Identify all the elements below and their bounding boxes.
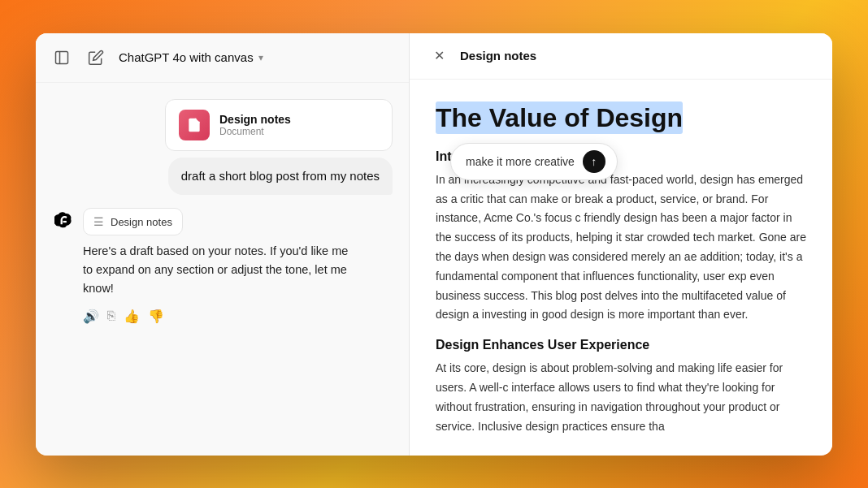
doc-content: The Value of Design make it more creativ… [410,80,832,456]
ai-message-block: ☰ Design notes Here's a draft based on y… [52,208,393,324]
attachment-info: Design notes Document [219,113,291,137]
ai-doc-ref[interactable]: ☰ Design notes [83,208,183,235]
user-message-block: Design notes Document draft a short blog… [52,99,393,196]
doc-section-ux: Design Enhances User Experience At its c… [436,338,806,436]
left-panel: ChatGPT 4o with canvas ▾ [36,33,410,456]
ai-response-text: Here's a draft based on your notes. If y… [83,242,359,299]
doc-title-header: Design notes [460,49,536,63]
model-label: ChatGPT 4o with canvas [119,50,254,64]
close-panel-button[interactable]: ✕ [429,46,449,66]
chevron-down-icon: ▾ [258,52,263,63]
chat-area: Design notes Document draft a short blog… [36,83,409,456]
right-header: ✕ Design notes [410,33,832,80]
doc-main-title: The Value of Design [436,101,683,134]
ai-row: ☰ Design notes [52,208,393,235]
attachment-icon [179,110,210,140]
volume-icon[interactable]: 🔊 [83,309,99,324]
right-panel: ✕ Design notes The Value of Design make … [410,33,832,456]
doc-ref-icon: ☰ [93,215,104,228]
ai-avatar [52,209,75,232]
inline-prompt-input[interactable]: make it more creative [466,155,575,168]
attachment-name: Design notes [219,113,291,126]
thumbs-down-icon[interactable]: 👎 [148,309,164,324]
inline-prompt-submit[interactable]: ↑ [583,150,605,173]
copy-icon[interactable]: ⎘ [107,309,115,324]
left-header: ChatGPT 4o with canvas ▾ [36,33,409,83]
section-heading-ux: Design Enhances User Experience [436,338,806,352]
inline-prompt: make it more creative ↑ [450,143,618,180]
section-body-ux: At its core, design is about problem-sol… [436,359,806,436]
svg-rect-0 [56,51,68,63]
attachment-type: Document [219,126,291,137]
thumbs-up-icon[interactable]: 👍 [124,309,140,324]
new-chat-button[interactable] [85,46,107,69]
attachment-card[interactable]: Design notes Document [165,99,393,151]
user-message-bubble: draft a short blog post from my notes [168,158,393,196]
app-window: ChatGPT 4o with canvas ▾ [36,33,832,456]
section-body-intro: In an increasingly competitive and fast-… [436,171,806,325]
ai-actions: 🔊 ⎘ 👍 👎 [83,309,393,324]
ai-doc-ref-name: Design notes [111,216,172,228]
model-selector[interactable]: ChatGPT 4o with canvas ▾ [119,50,263,64]
sidebar-toggle-button[interactable] [50,46,73,69]
